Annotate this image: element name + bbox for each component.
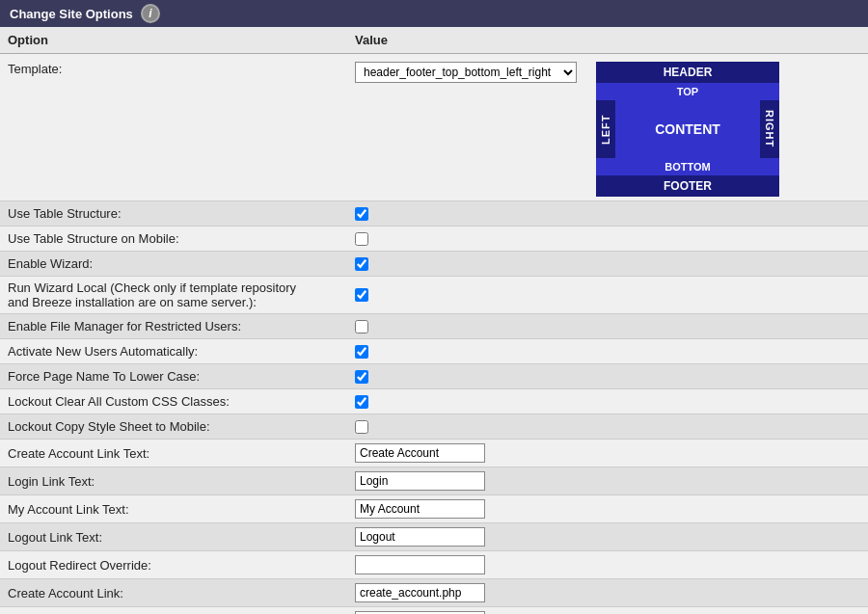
checkbox-input[interactable]	[355, 370, 368, 384]
row-label: Enable File Manager for Restricted Users…	[0, 315, 347, 337]
template-select[interactable]: header_footer_top_bottom_left_right head…	[355, 62, 577, 83]
row-label: Activate New Users Automatically:	[0, 340, 347, 362]
row-value-col	[347, 467, 868, 494]
checkbox-input[interactable]	[355, 320, 368, 334]
checkbox-input[interactable]	[355, 257, 368, 271]
row-label: Enable Wizard:	[0, 253, 347, 275]
row-value-col	[347, 523, 868, 550]
diag-header-label: HEADER	[596, 62, 779, 83]
column-headers: Option Value	[0, 27, 868, 54]
value-column-header: Value	[347, 27, 868, 53]
row-value-col	[347, 416, 868, 438]
table-row: Login Link Text:	[0, 467, 868, 495]
row-value-col	[347, 440, 868, 467]
text-input[interactable]	[355, 555, 485, 574]
row-value-col	[347, 316, 868, 337]
diag-content-label: CONTENT	[615, 100, 760, 158]
diag-footer-label: FOOTER	[596, 175, 779, 197]
diag-middle: LEFT CONTENT RIGHT	[596, 100, 779, 158]
table-row: Logout Link Text:	[0, 523, 868, 551]
table-row: My Account Link Text:	[0, 495, 868, 523]
table-row: Create Account Link Text:	[0, 440, 868, 467]
row-label: Use Table Structure on Mobile:	[0, 227, 347, 250]
row-value-col	[347, 607, 868, 614]
template-row: Template: header_footer_top_bottom_left_…	[0, 54, 868, 201]
row-label: Logout Redirect Override:	[0, 554, 347, 576]
table-row: Lockout Copy Style Sheet to Mobile:	[0, 414, 868, 440]
option-column-header: Option	[0, 27, 347, 53]
row-label: Force Page Name To Lower Case:	[0, 365, 347, 387]
table-row: Activate New Users Automatically:	[0, 339, 868, 364]
checkbox-input[interactable]	[355, 207, 368, 221]
row-value-col	[347, 551, 868, 578]
text-input[interactable]	[355, 471, 485, 491]
page-title: Change Site Options	[10, 7, 133, 21]
diag-top-label: TOP	[596, 83, 779, 100]
row-value-col	[347, 341, 868, 362]
row-label: Create Account Link:	[0, 582, 347, 604]
checkbox-input[interactable]	[355, 288, 368, 302]
row-label: Create Account Link Text:	[0, 442, 347, 465]
table-row: Logout Redirect Override:	[0, 551, 868, 579]
text-input[interactable]	[355, 443, 485, 463]
table-row: Enable File Manager for Restricted Users…	[0, 314, 868, 339]
checkbox-input[interactable]	[355, 420, 368, 434]
row-label: Use Table Structure:	[0, 202, 347, 225]
table-row: Lockout Clear All Custom CSS Classes:	[0, 389, 868, 414]
info-icon[interactable]: i	[141, 4, 160, 23]
table-row: Force Page Name To Lower Case:	[0, 364, 868, 389]
table-row: Enable Wizard:	[0, 252, 868, 277]
checkbox-input[interactable]	[355, 232, 368, 246]
checkbox-input[interactable]	[355, 345, 368, 359]
row-value-col	[347, 579, 868, 606]
table-row: Use Table Structure on Mobile:	[0, 227, 868, 252]
diag-left-label: LEFT	[596, 100, 615, 158]
row-label: Login Link Text:	[0, 470, 347, 493]
template-value-col: header_footer_top_bottom_left_right head…	[347, 54, 868, 200]
row-value-col	[347, 391, 868, 413]
row-label: Run Wizard Local (Check only if template…	[0, 277, 347, 313]
diag-right-label: RIGHT	[760, 100, 779, 158]
text-input[interactable]	[355, 499, 485, 519]
page-header: Change Site Options i	[0, 0, 868, 27]
row-label: My Account Link Text:	[0, 498, 347, 521]
table-row: Run Wizard Local (Check only if template…	[0, 277, 868, 314]
rows-container: Template: header_footer_top_bottom_left_…	[0, 54, 868, 614]
row-value-col	[347, 495, 868, 522]
text-input[interactable]	[355, 583, 485, 602]
table-row: Login Link:	[0, 607, 868, 614]
row-value-col	[347, 284, 868, 306]
table-row: Use Table Structure:	[0, 201, 868, 227]
row-value-col	[347, 203, 868, 225]
row-label: Lockout Copy Style Sheet to Mobile:	[0, 415, 347, 438]
template-label: Template:	[0, 54, 347, 80]
row-label: Lockout Clear All Custom CSS Classes:	[0, 390, 347, 413]
table-row: Create Account Link:	[0, 579, 868, 607]
row-value-col	[347, 254, 868, 275]
text-input[interactable]	[355, 527, 485, 547]
row-label: Logout Link Text:	[0, 526, 347, 548]
diag-bottom-label: BOTTOM	[596, 158, 779, 175]
row-value-col	[347, 366, 868, 387]
checkbox-input[interactable]	[355, 395, 368, 409]
row-value-col	[347, 228, 868, 250]
row-label: Login Link:	[0, 610, 347, 615]
template-diagram: HEADER TOP LEFT CONTENT RIGHT BOTTOM FOO…	[596, 62, 779, 197]
